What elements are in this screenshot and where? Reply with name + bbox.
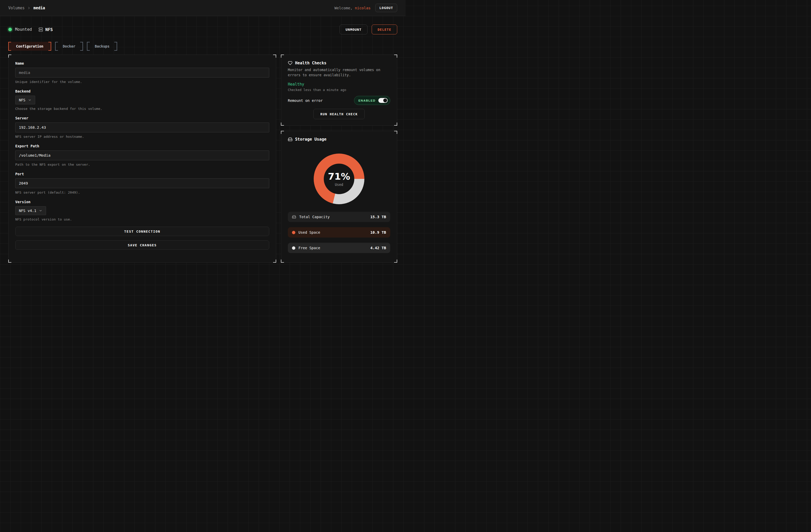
- version-label: Version: [15, 200, 269, 204]
- chevron-right-icon: [27, 6, 31, 10]
- test-connection-button[interactable]: TEST CONNECTION: [15, 227, 269, 236]
- panel-corner: [394, 260, 397, 263]
- port-helper: NFS server port (default: 2049).: [15, 190, 269, 194]
- heart-icon: [288, 61, 292, 65]
- name-label: Name: [15, 61, 269, 65]
- panel-corner: [8, 54, 11, 58]
- legend-row-total-capacity: Total Capacity 15.3 TB: [288, 212, 390, 222]
- mount-status-label: Mounted: [15, 27, 32, 32]
- breadcrumb: Volumes media: [8, 6, 45, 10]
- panel-corner: [281, 131, 284, 134]
- toggle-switch: [378, 98, 388, 103]
- used-space-dot: [292, 231, 295, 234]
- mounted-status-dot: [8, 28, 12, 31]
- donut-percent: 71%: [328, 171, 350, 182]
- storage-usage-title: Storage Usage: [295, 137, 326, 142]
- health-last-checked: Checked less than a minute ago: [288, 88, 390, 92]
- storage-donut-chart: 71% Used: [314, 154, 364, 204]
- server-label: Server: [15, 116, 269, 120]
- legend-row-free-space: Free Space 4.42 TB: [288, 243, 390, 253]
- run-health-check-button[interactable]: RUN HEALTH CHECK: [313, 109, 365, 119]
- server-helper: NFS server IP address or hostname.: [15, 135, 269, 139]
- status-row: Mounted NFS UNMOUNT DELETE: [8, 25, 397, 34]
- delete-button[interactable]: DELETE: [372, 25, 397, 34]
- port-input[interactable]: [15, 178, 269, 188]
- health-checks-title: Health Checks: [295, 61, 326, 65]
- toggle-state-label: ENABLED: [358, 99, 376, 102]
- backend-label: Backend: [15, 89, 269, 93]
- breadcrumb-current: media: [33, 6, 45, 10]
- remount-on-error-label: Remount on error: [288, 98, 323, 103]
- welcome-text: Welcome, nicolas: [334, 6, 371, 10]
- server-icon: [39, 27, 43, 32]
- port-label: Port: [15, 172, 269, 176]
- panel-corner: [281, 54, 284, 58]
- save-changes-button[interactable]: SAVE CHANGES: [15, 240, 269, 250]
- export-path-label: Export Path: [15, 144, 269, 148]
- hard-drive-icon: [292, 215, 296, 219]
- username: nicolas: [355, 6, 371, 10]
- version-select[interactable]: NFS v4.1: [15, 206, 46, 215]
- storage-usage-panel: Storage Usage 71% Used Total Ca: [281, 131, 397, 263]
- panel-corner: [281, 123, 284, 126]
- free-space-dot: [292, 246, 295, 250]
- donut-sublabel: Used: [335, 183, 343, 187]
- health-checks-panel: Health Checks Monitor and automatically …: [281, 54, 397, 126]
- remount-toggle[interactable]: ENABLED: [354, 96, 390, 105]
- backend-badge: NFS: [39, 27, 53, 32]
- legend-row-used-space: Used Space 10.9 TB: [288, 227, 390, 238]
- breadcrumb-volumes-link[interactable]: Volumes: [8, 6, 25, 10]
- health-status: Healthy: [288, 82, 390, 87]
- tab-docker[interactable]: Docker: [55, 42, 83, 51]
- hard-drive-icon: [288, 137, 292, 142]
- panel-corner: [281, 260, 284, 263]
- logout-button[interactable]: LOGOUT: [375, 4, 397, 12]
- configuration-panel: Name Unique identifier for the volume. B…: [8, 54, 276, 263]
- legend-value: 10.9 TB: [370, 230, 386, 234]
- storage-legend: Total Capacity 15.3 TB Used Space 10.9 T…: [288, 212, 390, 253]
- tab-backups[interactable]: Backups: [87, 42, 117, 51]
- toggle-knob: [383, 98, 387, 103]
- server-input[interactable]: [15, 123, 269, 132]
- panel-corner: [273, 260, 276, 263]
- legend-value: 4.42 TB: [370, 246, 386, 250]
- tab-configuration[interactable]: Configuration: [8, 42, 51, 51]
- panel-corner: [394, 131, 397, 134]
- unmount-button[interactable]: UNMOUNT: [339, 25, 367, 34]
- legend-value: 15.3 TB: [370, 215, 386, 219]
- export-path-input[interactable]: [15, 151, 269, 160]
- version-helper: NFS protocol version to use.: [15, 217, 269, 221]
- panel-corner: [8, 260, 11, 263]
- panel-corner: [394, 123, 397, 126]
- chevron-down-icon: [39, 209, 42, 213]
- tab-bar: Configuration Docker Backups: [8, 42, 397, 51]
- panel-corner: [273, 54, 276, 58]
- legend-label: Used Space: [299, 230, 320, 234]
- backend-helper: Choose the storage backend for this volu…: [15, 107, 269, 111]
- name-input[interactable]: [15, 68, 269, 78]
- legend-label: Free Space: [299, 246, 320, 250]
- backend-badge-label: NFS: [45, 27, 53, 32]
- export-path-helper: Path to the NFS export on the server.: [15, 162, 269, 167]
- legend-label: Total Capacity: [299, 215, 330, 219]
- health-checks-description: Monitor and automatically remount volume…: [288, 67, 388, 78]
- backend-select[interactable]: NFS: [15, 96, 35, 105]
- panel-corner: [394, 54, 397, 58]
- top-bar: Volumes media Welcome, nicolas LOGOUT: [0, 0, 406, 16]
- name-helper: Unique identifier for the volume.: [15, 80, 269, 84]
- chevron-down-icon: [28, 98, 32, 102]
